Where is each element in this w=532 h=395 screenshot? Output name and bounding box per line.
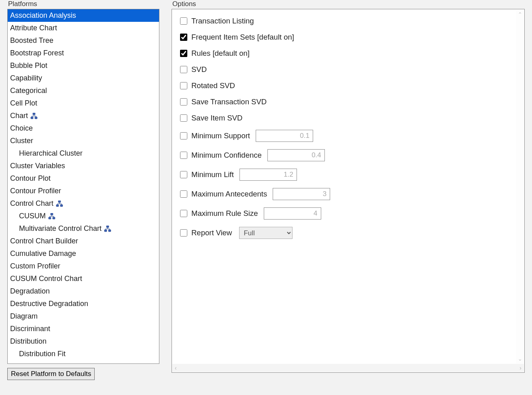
platform-item-label: Cluster [10, 135, 33, 146]
platform-item[interactable]: Bootstrap Forest [8, 47, 159, 59]
option-checkbox[interactable] [180, 82, 187, 89]
platform-item[interactable]: Capability [8, 72, 159, 84]
options-panel: Transaction ListingFrequent Item Sets [d… [172, 9, 525, 373]
scroll-left-icon[interactable]: ‹ [175, 365, 177, 371]
option-row: Minimum Lift [180, 169, 516, 181]
option-checkbox[interactable] [180, 17, 187, 25]
platform-item[interactable]: Distribution Fit [8, 348, 159, 360]
option-label: Rotated SVD [191, 81, 235, 90]
platform-item-label: Choice [10, 123, 33, 134]
scroll-right-icon[interactable]: › [519, 365, 521, 371]
option-value-input[interactable] [264, 207, 321, 220]
option-row: Save Transaction SVD [180, 97, 516, 106]
platform-item[interactable]: Discriminant [8, 323, 159, 335]
platform-item[interactable]: Categorical [8, 84, 159, 97]
platform-item[interactable]: CUSUM Control Chart [8, 272, 159, 285]
option-checkbox[interactable] [180, 34, 187, 41]
platform-item[interactable]: Destructive Degradation [8, 298, 159, 310]
option-label: Minimum Support [191, 131, 250, 140]
platform-item[interactable]: Contour Plot [8, 172, 159, 185]
platform-item[interactable]: Chart [8, 110, 159, 122]
svg-rect-8 [53, 217, 55, 219]
platform-item[interactable]: Diagram [8, 310, 159, 323]
option-row: Maximum Rule Size [180, 207, 516, 220]
scroll-down-icon[interactable]: ⌄ [518, 356, 522, 362]
platform-item-label: Cell Plot [10, 98, 37, 109]
options-vertical-scrollbar[interactable]: ⌃ ⌄ [516, 10, 524, 363]
platform-item[interactable]: Distribution Summary Statistics [8, 360, 159, 363]
platform-item-label: Attribute Chart [10, 23, 57, 34]
platform-item[interactable]: Boosted Tree [8, 34, 159, 47]
svg-rect-3 [58, 201, 61, 203]
platform-item-label: CUSUM [19, 211, 46, 222]
platform-item-label: Degradation [10, 286, 50, 297]
platform-item[interactable]: Custom Profiler [8, 260, 159, 272]
platform-item-label: Bootstrap Forest [10, 48, 64, 59]
platform-item[interactable]: Multivariate Control Chart [8, 222, 159, 235]
platform-item[interactable]: Contour Profiler [8, 185, 159, 197]
option-value-input[interactable] [267, 149, 325, 161]
option-checkbox[interactable] [180, 190, 187, 198]
option-value-input[interactable] [240, 169, 297, 181]
option-row: Save Item SVD [180, 114, 516, 123]
option-checkbox[interactable] [180, 229, 187, 237]
platform-item-label: Boosted Tree [10, 35, 53, 46]
platform-item[interactable]: Distribution [8, 335, 159, 348]
platform-item[interactable]: Cluster Variables [8, 160, 159, 172]
option-row: Minimum Confidence [180, 149, 516, 161]
svg-rect-7 [49, 217, 51, 219]
option-value-input[interactable] [256, 130, 313, 142]
option-checkbox[interactable] [180, 210, 187, 217]
platforms-listbox: Association AnalysisAttribute ChartBoost… [7, 9, 159, 364]
platforms-label: Platforms [7, 0, 159, 9]
platform-item-label: Distribution [10, 336, 47, 347]
platform-item-label: Destructive Degradation [10, 298, 88, 309]
platform-item-label: Cumulative Damage [10, 248, 76, 259]
svg-rect-4 [56, 205, 59, 207]
option-checkbox[interactable] [180, 171, 187, 178]
option-row: Maximum Antecedents [180, 188, 516, 200]
platform-item[interactable]: Control Chart Builder [8, 235, 159, 247]
platform-item[interactable]: Degradation [8, 285, 159, 298]
option-checkbox[interactable] [180, 66, 187, 73]
platform-item-label: Control Chart Builder [10, 236, 78, 247]
platform-item[interactable]: Association Analysis [8, 9, 159, 22]
platform-item[interactable]: Choice [8, 122, 159, 135]
platform-item[interactable]: Bubble Plot [8, 59, 159, 72]
platforms-list-scroll[interactable]: Association AnalysisAttribute ChartBoost… [8, 9, 159, 363]
platform-item-label: Association Analysis [10, 10, 76, 21]
option-checkbox[interactable] [180, 50, 187, 57]
hierarchy-icon [48, 213, 55, 220]
option-label: Minimum Confidence [191, 151, 262, 160]
option-checkbox[interactable] [180, 152, 187, 159]
platform-item[interactable]: CUSUM [8, 210, 159, 222]
svg-rect-11 [108, 230, 111, 232]
options-horizontal-scrollbar[interactable]: ‹ › [172, 364, 524, 372]
option-row: Minimum Support [180, 130, 516, 142]
scroll-up-icon[interactable]: ⌃ [518, 11, 522, 17]
option-label: Report View [191, 228, 232, 237]
svg-rect-0 [33, 113, 35, 115]
option-checkbox[interactable] [180, 132, 187, 139]
option-label: Rules [default on] [191, 49, 250, 58]
option-row: Transaction Listing [180, 17, 516, 25]
platform-item[interactable]: Cluster [8, 135, 159, 147]
option-checkbox[interactable] [180, 114, 187, 122]
platform-item[interactable]: Cumulative Damage [8, 247, 159, 260]
option-checkbox[interactable] [180, 98, 187, 106]
svg-rect-10 [104, 230, 107, 232]
hierarchy-icon [30, 113, 38, 119]
option-label: Transaction Listing [191, 17, 254, 25]
platform-item-label: Contour Profiler [10, 186, 61, 196]
reset-platform-button[interactable]: Reset Platform to Defaults [7, 368, 95, 380]
platform-item[interactable]: Hierarchical Cluster [8, 147, 159, 160]
platform-item-label: Distribution Summary Statistics [19, 361, 120, 363]
option-row: Frequent Item Sets [default on] [180, 33, 516, 42]
option-select[interactable]: Full [239, 227, 292, 239]
svg-rect-1 [31, 117, 33, 119]
platform-item[interactable]: Attribute Chart [8, 22, 159, 34]
platform-item[interactable]: Cell Plot [8, 97, 159, 110]
option-value-input[interactable] [273, 188, 330, 200]
platform-item[interactable]: Control Chart [8, 197, 159, 210]
svg-rect-2 [35, 117, 37, 119]
